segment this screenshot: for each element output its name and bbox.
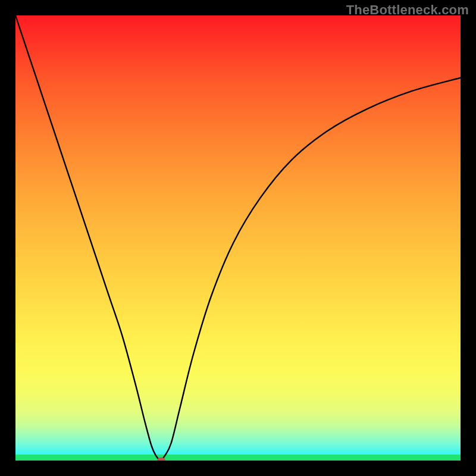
- chart-frame: TheBottleneck.com: [0, 0, 476, 476]
- bottleneck-curve: [15, 15, 461, 461]
- minimum-marker: [157, 458, 165, 461]
- plot-area: [15, 15, 461, 461]
